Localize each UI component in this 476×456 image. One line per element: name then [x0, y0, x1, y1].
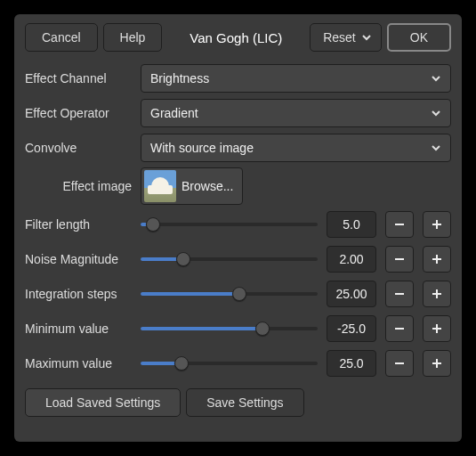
minimum-value-increment[interactable] [423, 315, 451, 342]
ok-button[interactable]: OK [387, 23, 451, 52]
effect-channel-value: Brightness [150, 71, 209, 86]
dialog-title: Van Gogh (LIC) [167, 30, 304, 45]
chevron-down-icon [431, 142, 441, 153]
filter-length-row: Filter length 5.0 [25, 209, 451, 240]
integration-steps-decrement[interactable] [385, 281, 414, 307]
convolve-select[interactable]: With source image [141, 134, 451, 162]
noise-magnitude-increment[interactable] [423, 246, 451, 273]
effect-operator-row: Effect Operator Gradient [25, 98, 451, 128]
minimum-value-decrement[interactable] [385, 315, 414, 342]
noise-magnitude-input[interactable]: 2.00 [327, 246, 376, 273]
toolbar: Cancel Help Van Gogh (LIC) Reset OK [25, 23, 451, 52]
chevron-down-icon [361, 32, 372, 43]
filter-length-label: Filter length [25, 217, 132, 232]
convolve-row: Convolve With source image [25, 133, 451, 163]
integration-steps-input[interactable]: 25.00 [327, 281, 376, 307]
maximum-value-increment[interactable] [423, 350, 451, 377]
filter-length-decrement[interactable] [385, 211, 414, 238]
svg-rect-0 [395, 224, 404, 225]
help-button[interactable]: Help [103, 23, 163, 52]
svg-rect-2 [436, 220, 438, 229]
convolve-label: Convolve [25, 141, 132, 155]
svg-rect-9 [395, 328, 404, 330]
effect-channel-select[interactable]: Brightness [141, 64, 451, 93]
svg-rect-14 [436, 359, 438, 368]
save-settings-button[interactable]: Save Settings [186, 388, 303, 417]
dialog-panel: Cancel Help Van Gogh (LIC) Reset OK Effe… [14, 14, 462, 442]
image-thumbnail [144, 170, 176, 202]
reset-label: Reset [323, 30, 356, 45]
convolve-value: With source image [150, 141, 254, 155]
svg-rect-3 [395, 258, 404, 260]
integration-steps-label: Integration steps [25, 287, 132, 301]
effect-channel-label: Effect Channel [25, 71, 132, 86]
maximum-value-row: Maximum value 25.0 [25, 348, 451, 379]
integration-steps-increment[interactable] [423, 281, 451, 307]
maximum-value-decrement[interactable] [385, 350, 414, 377]
integration-steps-row: Integration steps 25.00 [25, 279, 451, 309]
effect-channel-row: Effect Channel Brightness [25, 63, 451, 94]
noise-magnitude-label: Noise Magnitude [25, 252, 132, 266]
integration-steps-slider[interactable] [141, 285, 318, 303]
minimum-value-row: Minimum value -25.0 [25, 314, 451, 344]
svg-rect-8 [436, 289, 438, 298]
svg-rect-6 [395, 293, 404, 295]
effect-operator-select[interactable]: Gradient [141, 99, 451, 127]
noise-magnitude-slider[interactable] [141, 250, 318, 268]
effect-image-browse-button[interactable]: Browse... [141, 167, 243, 205]
noise-magnitude-row: Noise Magnitude 2.00 [25, 244, 451, 274]
load-settings-button[interactable]: Load Saved Settings [25, 388, 181, 417]
filter-length-increment[interactable] [423, 211, 451, 238]
minimum-value-slider[interactable] [141, 320, 318, 338]
minimum-value-input[interactable]: -25.0 [327, 315, 376, 342]
footer: Load Saved Settings Save Settings [25, 388, 451, 417]
filter-length-slider[interactable] [141, 216, 318, 233]
browse-label: Browse... [182, 179, 233, 193]
effect-image-label: Effect image [25, 179, 132, 193]
effect-operator-label: Effect Operator [25, 106, 132, 120]
svg-rect-11 [436, 324, 438, 333]
chevron-down-icon [431, 73, 441, 84]
maximum-value-label: Maximum value [25, 356, 132, 370]
maximum-value-input[interactable]: 25.0 [327, 350, 376, 377]
effect-image-row: Effect image Browse... [25, 167, 451, 205]
svg-rect-12 [395, 362, 404, 364]
reset-button[interactable]: Reset [310, 23, 382, 52]
svg-rect-5 [436, 255, 438, 264]
filter-length-input[interactable]: 5.0 [327, 211, 376, 238]
chevron-down-icon [431, 108, 441, 118]
effect-operator-value: Gradient [150, 106, 198, 120]
cancel-button[interactable]: Cancel [25, 23, 98, 52]
noise-magnitude-decrement[interactable] [385, 246, 414, 273]
minimum-value-label: Minimum value [25, 322, 132, 336]
maximum-value-slider[interactable] [141, 354, 318, 372]
